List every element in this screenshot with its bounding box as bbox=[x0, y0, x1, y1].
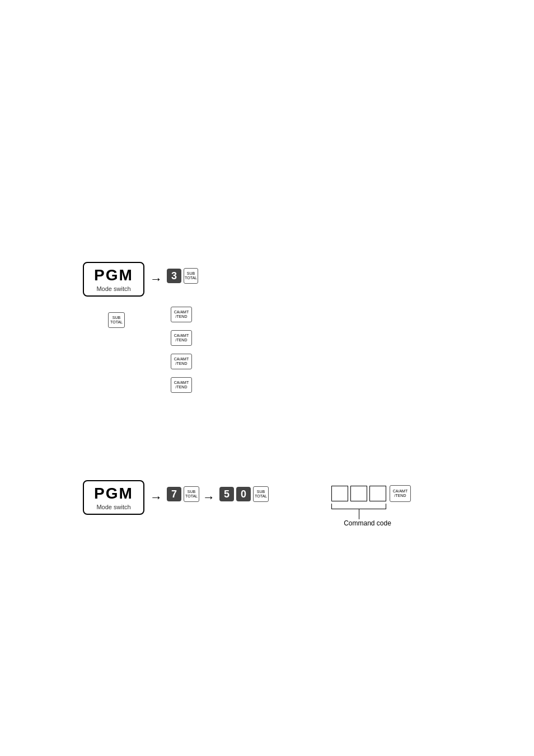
ca-amt-tend-key-2: CA/AMT /TEND bbox=[171, 330, 192, 346]
pgm-box-2: PGM Mode switch bbox=[83, 480, 144, 515]
ca-amt-tend-label-3: CA/AMT /TEND bbox=[174, 357, 189, 365]
key-0-button: 0 bbox=[236, 487, 251, 501]
sub-total-label-1: SUB TOTAL bbox=[185, 271, 197, 280]
ca-amt-tend-key-1: CA/AMT /TEND bbox=[171, 307, 192, 322]
mode-switch-2: Mode switch bbox=[96, 504, 130, 510]
arrow-2b: → bbox=[203, 490, 215, 505]
key-7-button: 7 bbox=[167, 487, 181, 501]
pgm-box-1: PGM Mode switch bbox=[83, 262, 144, 297]
bracket-line bbox=[331, 504, 386, 509]
input-box-1[interactable] bbox=[331, 486, 348, 501]
sub-total-label-2: SUB TOTAL bbox=[110, 316, 123, 324]
sub-total-key-d2-2: SUB TOTAL bbox=[253, 486, 269, 502]
ca-amt-tend-key-d2: CA/AMT /TEND bbox=[390, 485, 411, 502]
input-box-3[interactable] bbox=[369, 486, 386, 501]
sub-total-key-2: SUB TOTAL bbox=[108, 312, 125, 328]
sub-total-key-d2-1: SUB TOTAL bbox=[184, 486, 199, 502]
ca-amt-tend-key-3: CA/AMT /TEND bbox=[171, 354, 192, 369]
ca-amt-tend-key-4: CA/AMT /TEND bbox=[171, 377, 192, 393]
ca-amt-tend-label-d2: CA/AMT /TEND bbox=[393, 489, 407, 497]
key-5-button: 5 bbox=[219, 487, 234, 501]
bracket-vertical-line bbox=[359, 509, 359, 519]
key-3-button: 3 bbox=[167, 269, 181, 283]
arrow-2a: → bbox=[150, 490, 162, 505]
command-code-label: Command code bbox=[334, 519, 401, 527]
sub-total-key-1: SUB TOTAL bbox=[184, 268, 198, 284]
key-0-label: 0 bbox=[241, 489, 246, 500]
arrow-1: → bbox=[150, 272, 162, 287]
key-7-label: 7 bbox=[171, 489, 177, 500]
pgm-label-2: PGM bbox=[94, 485, 133, 503]
diagram-area: PGM Mode switch → 3 SUB TOTAL SUB TOTAL … bbox=[0, 0, 534, 756]
ca-amt-tend-label-4: CA/AMT /TEND bbox=[174, 381, 189, 389]
sub-total-label-d2-2: SUB TOTAL bbox=[255, 490, 267, 498]
input-box-2[interactable] bbox=[350, 486, 367, 501]
sub-total-label-d2-1: SUB TOTAL bbox=[185, 490, 198, 498]
key-5-label: 5 bbox=[224, 489, 229, 500]
key-3-label: 3 bbox=[171, 270, 177, 282]
ca-amt-tend-label-2: CA/AMT /TEND bbox=[174, 334, 189, 342]
ca-amt-tend-label-1: CA/AMT /TEND bbox=[174, 310, 189, 318]
mode-switch-1: Mode switch bbox=[96, 285, 130, 292]
pgm-label-1: PGM bbox=[94, 266, 133, 284]
